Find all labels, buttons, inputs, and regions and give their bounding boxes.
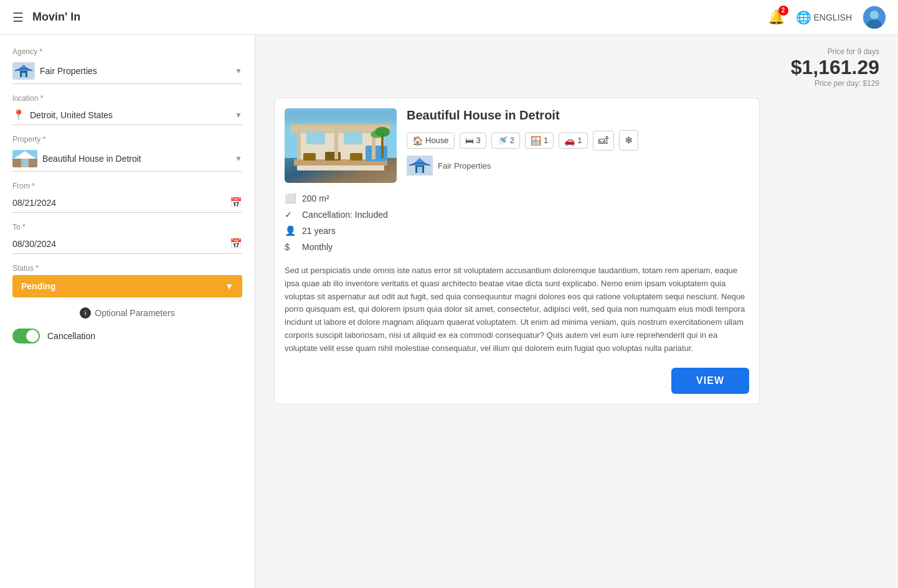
cancellation-toggle[interactable] [12, 329, 40, 343]
to-calendar-icon[interactable]: 📅 [230, 238, 242, 250]
area-value: 200 m² [302, 194, 329, 203]
location-select[interactable]: 📍 Detroit, United States ▼ [12, 105, 242, 125]
status-select[interactable]: Pending ▼ [12, 275, 242, 297]
notification-badge: 2 [778, 6, 788, 16]
property-field-group: Property * Beautiful House in Detroit [12, 135, 242, 172]
app-title: Movin' In [32, 11, 80, 24]
card-agency-row: Fair Properties [407, 156, 749, 175]
svg-rect-11 [22, 160, 27, 165]
bath-icon: 🚿 [497, 136, 508, 146]
svg-rect-19 [303, 153, 316, 161]
svg-rect-27 [344, 132, 362, 144]
location-label: location * [12, 94, 242, 103]
agency-chevron-icon: ▼ [235, 67, 242, 75]
app-header: ☰ Movin' In 🔔 2 🌐 ENGLISH [0, 0, 898, 35]
language-selector[interactable]: 🌐 ENGLISH [796, 10, 852, 25]
svg-rect-23 [297, 127, 301, 159]
from-calendar-icon[interactable]: 📅 [230, 197, 242, 208]
svg-rect-35 [417, 167, 422, 173]
from-date-value: 08/21/2024 [12, 198, 56, 208]
house-icon: 🏠 [412, 136, 423, 146]
beds-count: 3 [476, 136, 481, 145]
person-icon: 👤 [285, 225, 297, 236]
property-type-chip: 🏠 House [407, 133, 455, 149]
amenities-row: 🏠 House 🛏 3 🚿 2 [407, 130, 749, 151]
card-agency-name: Fair Properties [438, 161, 491, 170]
snowflake-icon: ❄ [625, 135, 633, 146]
ac-chip: ❄ [619, 130, 638, 151]
from-date-field-group: From * 08/21/2024 📅 [12, 182, 242, 213]
age-row: 👤 21 years [285, 225, 749, 236]
location-pin-icon: 📍 [12, 109, 25, 121]
price-header: Price for 9 days $1,161.29 Price per day… [274, 47, 879, 88]
card-details: ⬜ 200 m² ✓ Cancellation: Included 👤 21 y… [275, 193, 759, 259]
baths-count: 2 [510, 136, 514, 145]
info-icon: i [80, 307, 91, 319]
status-chevron-icon: ▼ [225, 281, 234, 291]
notification-bell[interactable]: 🔔 2 [768, 9, 785, 26]
cancellation-row-card: ✓ Cancellation: Included [285, 209, 749, 220]
location-chevron-icon: ▼ [235, 111, 242, 119]
room-icon: 🪟 [531, 136, 541, 146]
dollar-icon: $ [285, 241, 297, 252]
menu-icon[interactable]: ☰ [12, 10, 24, 25]
property-thumbnail [12, 150, 37, 167]
property-title: Beautiful House in Detroit [407, 108, 749, 123]
rooms-chip: 🪟 1 [525, 133, 554, 149]
svg-rect-31 [285, 108, 397, 127]
parking-chip: 🚗 1 [559, 133, 587, 149]
bed-icon: 🛏 [465, 136, 474, 146]
svg-rect-26 [306, 132, 325, 144]
language-label: ENGLISH [814, 12, 852, 22]
agency-select[interactable]: Fair Properties ▼ [12, 58, 242, 84]
price-total: $1,161.29 [274, 56, 879, 79]
property-chevron-icon: ▼ [235, 154, 242, 163]
cancellation-value: Cancellation: Included [302, 210, 388, 220]
area-row: ⬜ 200 m² [285, 193, 749, 204]
property-description: Sed ut perspiciatis unde omnis iste natu… [275, 259, 759, 363]
svg-rect-21 [350, 153, 362, 161]
property-label: Property * [12, 135, 242, 144]
car-icon: 🚗 [564, 136, 575, 146]
agency-label: Agency * [12, 47, 242, 56]
age-value: 21 years [302, 226, 336, 236]
property-image [285, 108, 397, 183]
to-label: To * [12, 223, 242, 231]
payment-row: $ Monthly [285, 241, 749, 252]
cancellation-label: Cancellation [47, 331, 95, 341]
svg-point-1 [870, 11, 879, 19]
globe-icon: 🌐 [796, 10, 811, 25]
to-date-field-group: To * 08/30/2024 📅 [12, 223, 242, 254]
optional-params-section[interactable]: i Optional Parameters [12, 307, 242, 319]
price-for-days: Price for 9 days [274, 47, 879, 56]
view-button[interactable]: VIEW [671, 368, 749, 394]
property-card: Beautiful House in Detroit 🏠 House 🛏 3 [274, 98, 760, 404]
agency-name: Fair Properties [40, 66, 97, 76]
card-info: Beautiful House in Detroit 🏠 House 🛏 3 [407, 108, 749, 183]
svg-rect-22 [366, 146, 387, 161]
location-value: Detroit, United States [30, 110, 113, 120]
sofa-icon: 🛋 [598, 135, 608, 146]
cancellation-row: Cancellation [12, 329, 242, 343]
sidebar: Agency * Fair Properties ▼ [0, 35, 255, 588]
check-icon: ✓ [285, 209, 297, 220]
property-select[interactable]: Beautiful House in Detroit ▼ [12, 146, 242, 172]
rooms-count: 1 [544, 136, 548, 145]
card-agency-logo [407, 156, 433, 175]
agency-logo [12, 62, 35, 80]
location-field-group: location * 📍 Detroit, United States ▼ [12, 94, 242, 125]
price-per-day: Price per day: $129 [274, 79, 879, 88]
baths-chip: 🚿 2 [491, 133, 520, 149]
payment-value: Monthly [302, 242, 333, 252]
property-value: Beautiful House in Detroit [42, 154, 141, 164]
beds-chip: 🛏 3 [460, 133, 486, 149]
area-icon: ⬜ [285, 193, 297, 204]
svg-rect-24 [334, 127, 338, 159]
optional-params-label: Optional Parameters [95, 308, 174, 318]
parking-count: 1 [577, 136, 582, 145]
user-avatar[interactable] [863, 6, 886, 29]
from-label: From * [12, 182, 242, 190]
furniture-chip: 🛋 [593, 131, 614, 151]
svg-rect-6 [22, 73, 26, 77]
to-date-field: 08/30/2024 📅 [12, 234, 242, 254]
